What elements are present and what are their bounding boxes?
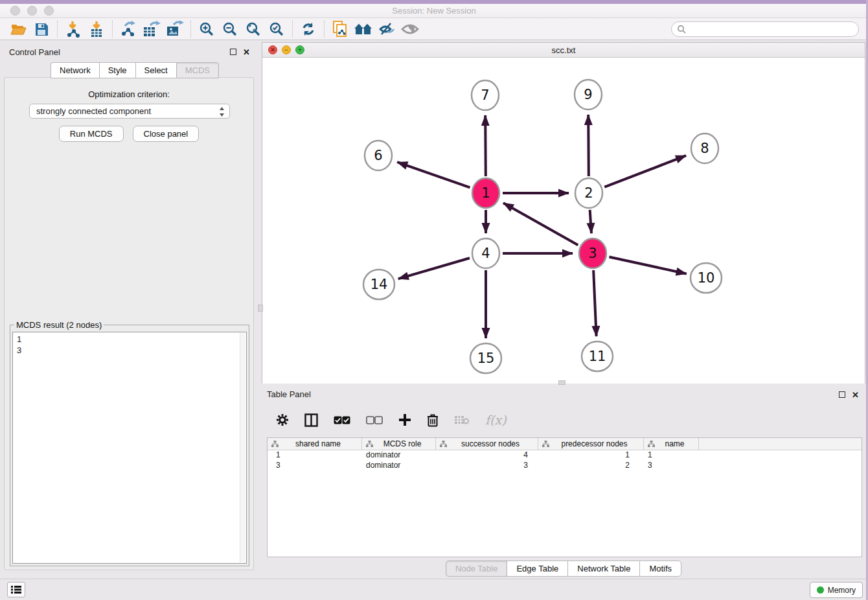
node-label-3: 3 [588,246,597,261]
control-panel-close-icon[interactable]: ✕ [243,48,250,56]
app-titlebar: Session: New Session [0,4,868,18]
toolbar-separator [57,21,58,38]
node-label-6: 6 [374,148,382,163]
add-row-icon[interactable] [398,411,411,429]
network-maximize-button[interactable]: + [295,45,304,54]
tab-motifs[interactable]: Motifs [639,560,681,577]
network-close-button[interactable]: ✕ [268,45,277,54]
sitemap-icon [440,441,447,447]
table-header-row: shared nameMCDS rolesuccessor nodesprede… [268,438,862,450]
zoom-in-icon[interactable] [195,20,218,38]
column-header-predecessor-nodes[interactable]: predecessor nodes [538,438,644,450]
tab-style[interactable]: Style [99,62,135,78]
network-window-titlebar[interactable]: ✕ − + scc.txt [262,43,865,58]
table-panel-float-icon[interactable] [839,391,845,398]
edge-1-6[interactable] [397,162,470,187]
vertical-splitter-grip[interactable] [258,305,263,312]
show-columns-icon[interactable] [304,411,318,429]
memory-button[interactable]: Memory [810,582,863,598]
deselect-all-checkboxes-icon[interactable] [366,411,383,429]
clone-network-icon[interactable] [328,20,352,38]
search-field[interactable] [671,21,859,37]
apply-function-icon[interactable]: f(x) [485,411,507,429]
tab-network[interactable]: Network [51,62,99,78]
memory-status-dot [817,586,824,594]
edge-2-8[interactable] [604,156,686,187]
horizontal-splitter-grip[interactable] [558,380,565,385]
export-image-icon[interactable] [163,20,187,38]
table-cell[interactable]: 2 [538,461,644,471]
table-cell[interactable]: 3 [436,461,538,471]
delete-column-icon[interactable] [454,411,470,429]
node-label-11: 11 [589,349,606,364]
fit-content-icon[interactable] [242,20,265,38]
edge-4-14[interactable] [398,258,470,279]
table-cell[interactable]: 3 [644,461,699,471]
tab-select[interactable]: Select [135,62,176,78]
window-close-button[interactable] [10,6,20,16]
search-input[interactable] [689,25,844,34]
chevron-up-down-icon [219,106,225,117]
export-network-icon[interactable] [117,20,140,38]
close-panel-button[interactable]: Close panel [133,126,200,142]
edge-3-10[interactable] [609,257,686,274]
zoom-selected-icon[interactable] [265,20,288,38]
mcds-result-legend: MCDS result (2 nodes) [14,320,104,330]
import-network-icon[interactable] [62,20,85,38]
column-header-name[interactable]: name [644,438,699,450]
show-all-eye-icon[interactable] [398,20,422,38]
apply-layout-icon[interactable] [297,20,320,38]
result-scrollbar[interactable] [240,333,246,562]
toolbar-separator [190,21,191,38]
tab-mcds[interactable]: MCDS [176,62,219,78]
tab-network-table[interactable]: Network Table [567,560,639,577]
tab-node-table[interactable]: Node Table [446,560,507,577]
network-canvas[interactable]: 7968124314101511 [262,58,865,384]
mcds-result-groupbox: MCDS result (2 nodes) 1 3 [10,320,249,566]
sitemap-icon [271,441,279,447]
import-table-icon[interactable] [85,20,108,38]
open-session-icon[interactable] [6,20,30,38]
column-header-shared-name[interactable]: shared name [268,438,362,450]
task-history-button[interactable] [7,582,25,597]
edge-1-7[interactable] [485,115,486,176]
sitemap-icon [542,441,549,447]
table-row[interactable]: 3dominator323 [268,461,862,471]
node-label-2: 2 [584,185,593,201]
run-mcds-button[interactable]: Run MCDS [59,126,124,142]
table-options-gear-icon[interactable] [276,411,289,429]
network-minimize-button[interactable]: − [282,45,291,54]
table-cell[interactable]: dominator [362,461,436,471]
table-cell[interactable]: 1 [538,450,644,461]
delete-row-trash-icon[interactable] [427,411,439,429]
window-zoom-button[interactable] [44,6,54,16]
save-session-icon[interactable] [30,20,53,38]
table-row[interactable]: 1dominator411 [268,450,862,461]
optimization-criterion-select[interactable]: strongly connected component [29,104,230,119]
column-header-MCDS-role[interactable]: MCDS role [362,438,436,450]
table-cell[interactable]: dominator [362,450,436,461]
first-neighbors-icon[interactable] [352,20,375,38]
table-panel-close-icon[interactable]: ✕ [852,391,859,399]
zoom-out-icon[interactable] [218,20,242,38]
column-header-successor-nodes[interactable]: successor nodes [436,438,538,450]
network-view-window: ✕ − + scc.txt 7968124314101511 [262,42,865,384]
table-cell[interactable]: 1 [268,450,362,461]
mcds-result-list[interactable]: 1 3 [12,332,247,564]
export-table-icon[interactable] [140,20,163,38]
table-cell[interactable]: 4 [436,450,538,461]
tab-edge-table[interactable]: Edge Table [507,560,567,577]
node-label-8: 8 [700,141,709,156]
table-cell[interactable]: 3 [268,461,362,471]
edge-3-11[interactable] [593,270,596,336]
edge-3-1[interactable] [503,203,578,245]
select-all-checkboxes-icon[interactable] [334,411,350,429]
optimization-criterion-label: Optimization criterion: [5,89,253,99]
control-panel-float-icon[interactable] [230,49,236,55]
table-cell[interactable]: 1 [644,450,699,461]
edge-2-3[interactable] [590,210,591,233]
edge-2-9[interactable] [588,115,589,176]
hide-selected-icon[interactable] [375,20,398,38]
network-title: scc.txt [552,45,576,55]
window-minimize-button[interactable] [27,6,37,16]
